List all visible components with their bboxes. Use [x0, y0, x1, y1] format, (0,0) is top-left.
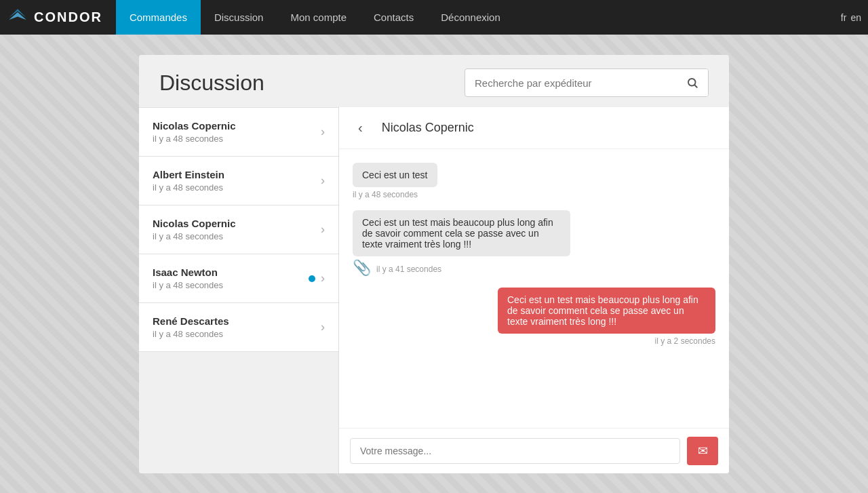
message-time: il y a 2 secondes — [655, 336, 715, 346]
svg-line-3 — [694, 85, 696, 87]
chevron-right-icon: › — [321, 271, 325, 285]
lang-fr[interactable]: fr — [841, 12, 847, 23]
search-box — [465, 68, 709, 97]
nav-links: Commandes Discussion Mon compte Contacts… — [116, 0, 841, 35]
message-time: il y a 41 secondes — [376, 264, 441, 274]
send-button[interactable]: ✉ — [687, 437, 718, 465]
nav-deconnexion[interactable]: Déconnexion — [427, 0, 514, 35]
lang-en[interactable]: en — [850, 12, 861, 23]
sidebar-item[interactable]: Isaac Newton il y a 48 secondes › — [139, 254, 338, 303]
nav-commandes[interactable]: Commandes — [116, 0, 201, 35]
search-input[interactable] — [465, 71, 677, 96]
message-input[interactable] — [350, 438, 680, 464]
chevron-right-icon: › — [321, 320, 325, 334]
language-switcher: fr en — [841, 12, 861, 23]
message-time: il y a 48 secondes — [353, 190, 418, 199]
sidebar-item-name: Isaac Newton — [153, 267, 223, 278]
back-button[interactable]: ‹ — [353, 117, 368, 138]
search-button[interactable] — [677, 69, 708, 96]
search-icon — [686, 77, 698, 89]
discussion-header: Discussion — [139, 55, 729, 107]
nav-mon-compte[interactable]: Mon compte — [277, 0, 360, 35]
attachment-icon: 📎 — [353, 259, 371, 277]
sidebar-item[interactable]: René Descartes il y a 48 secondes › — [139, 303, 338, 352]
message-incoming: Ceci est un test il y a 48 secondes — [353, 163, 715, 199]
chat-contact-name: Nicolas Copernic — [382, 121, 474, 135]
sidebar-item-time: il y a 48 secondes — [153, 134, 236, 144]
sidebar-item-name: Nicolas Copernic — [153, 218, 236, 229]
main-container: Discussion Nicolas Copernic il y a 48 se… — [139, 55, 729, 473]
brand-name: CONDOR — [34, 9, 102, 25]
nav-contacts[interactable]: Contacts — [360, 0, 427, 35]
chat-header: ‹ Nicolas Copernic — [339, 107, 729, 149]
sidebar-item-name: René Descartes — [153, 315, 229, 327]
message-bubble: Ceci est un test mais beaucoup plus long… — [498, 288, 715, 334]
chat-messages: Ceci est un test il y a 48 secondes Ceci… — [339, 149, 729, 428]
chat-input-area: ✉ — [339, 428, 729, 473]
chevron-right-icon: › — [321, 125, 325, 139]
sidebar-item[interactable]: Nicolas Copernic il y a 48 secondes › — [139, 107, 338, 157]
sidebar: Nicolas Copernic il y a 48 secondes › Al… — [139, 107, 339, 473]
page-title: Discussion — [159, 71, 264, 96]
unread-dot — [309, 275, 315, 282]
sidebar-item[interactable]: Albert Einstein il y a 48 secondes › — [139, 157, 338, 205]
sidebar-item-name: Albert Einstein — [153, 169, 224, 180]
sidebar-item-name: Nicolas Copernic — [153, 120, 236, 132]
chevron-right-icon: › — [321, 174, 325, 188]
sidebar-item-time: il y a 48 secondes — [153, 329, 229, 339]
message-attachment: 📎 il y a 41 secondes — [353, 259, 441, 277]
brand-logo[interactable]: CONDOR — [7, 7, 102, 28]
sidebar-item-time: il y a 48 secondes — [153, 280, 223, 290]
message-incoming: Ceci est un test mais beaucoup plus long… — [353, 210, 715, 277]
chat-panel: ‹ Nicolas Copernic Ceci est un test il y… — [339, 107, 729, 473]
content-area: Nicolas Copernic il y a 48 secondes › Al… — [139, 107, 729, 473]
message-bubble: Ceci est un test — [353, 163, 437, 187]
chevron-right-icon: › — [321, 222, 325, 237]
message-outgoing: Ceci est un test mais beaucoup plus long… — [353, 288, 715, 346]
nav-discussion[interactable]: Discussion — [201, 0, 277, 35]
condor-icon — [7, 7, 28, 28]
navbar: CONDOR Commandes Discussion Mon compte C… — [0, 0, 868, 35]
sidebar-item-time: il y a 48 secondes — [153, 231, 236, 241]
sidebar-item-time: il y a 48 secondes — [153, 182, 224, 193]
svg-marker-1 — [9, 12, 26, 20]
sidebar-item[interactable]: Nicolas Copernic il y a 48 secondes › — [139, 205, 338, 254]
message-bubble: Ceci est un test mais beaucoup plus long… — [353, 210, 570, 256]
